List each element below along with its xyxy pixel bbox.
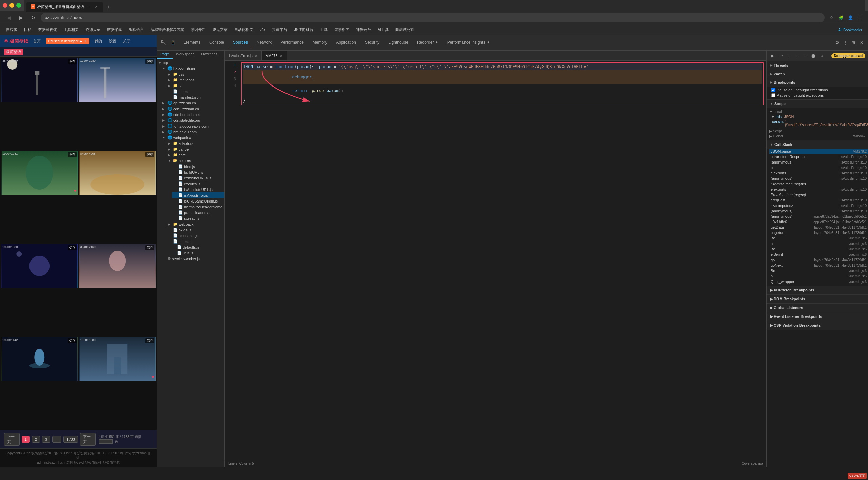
wallpaper-save-6[interactable]: 保存 [145, 245, 154, 250]
bookmark-platform[interactable]: 搭建平台 [270, 26, 290, 33]
bookmark-k8s[interactable]: k8s [257, 27, 268, 33]
maximize-button[interactable] [16, 3, 21, 8]
page-2-button[interactable]: 2 [32, 436, 40, 443]
wallpaper-heart-8[interactable]: ♥ [152, 374, 154, 380]
bookmark-tools[interactable]: 工具相关 [61, 26, 81, 33]
wallpaper-item-4[interactable]: 8405×4008 保存 [79, 151, 156, 195]
sources-tab-overrides[interactable]: Overrides [198, 51, 221, 59]
tree-file-cookies[interactable]: 📄cookies.js [172, 181, 224, 187]
wallpaper-save-1[interactable]: 保存 [68, 59, 77, 64]
pause-uncaught-checkbox[interactable] [771, 88, 775, 92]
extensions-icon[interactable]: 🧩 [837, 14, 845, 22]
tab-performance[interactable]: Performance [276, 38, 308, 47]
wallpaper-item-7[interactable]: 1920×1142 保存 [1, 337, 78, 381]
cs-entry-be-3[interactable]: Be vue.min.js:6 [769, 268, 868, 273]
tree-file-bind[interactable]: 📄bind.js [172, 164, 224, 169]
cs-entry-promise-then-1[interactable]: Promise.then (async) [769, 181, 868, 187]
settings-icon[interactable]: ⋮ [856, 14, 864, 22]
tree-domain-bz[interactable]: ▼ 🌐 bz.zzzimh.cn [157, 65, 224, 71]
tab-performance-insights[interactable]: Performance insights ✦ [443, 38, 494, 47]
cs-entry-pageturn[interactable]: pageturn layout.704e5d31...4a43d11739df:… [769, 230, 868, 235]
tree-domain-staticfile[interactable]: ▶ 🌐 cdn.staticfile.org [157, 117, 224, 123]
tab-console[interactable]: Console [205, 38, 228, 47]
tab-lighthouse[interactable]: Lighthouse [384, 38, 412, 47]
sources-tab-more[interactable]: » [221, 51, 225, 59]
tree-file-combineurls[interactable]: 📄combineURLs.js [172, 175, 224, 181]
prev-page-button[interactable]: 上一页 [4, 433, 20, 446]
forward-button[interactable]: ▶ [16, 13, 26, 22]
tree-domain-api[interactable]: ▶ 🌐 api.zzzimh.cn [157, 100, 224, 106]
cs-entry-gonext[interactable]: goNext layout.704e5d31...4a43d11739df:1 [769, 263, 868, 268]
bookmark-shenyun[interactable]: 神异云台 [353, 26, 374, 33]
deactivate-breakpoints-button[interactable]: ⬤ [810, 53, 817, 59]
cs-entry-qro-wrapper[interactable]: Qr.o._wrapper vue.min.js:6 [769, 279, 868, 284]
inspect-element-button[interactable] [160, 39, 167, 46]
nav-settings[interactable]: 设置 [107, 38, 118, 44]
cs-entry-json-parse[interactable]: JSON.parse VM278:2 [769, 149, 868, 154]
scope-local-header[interactable]: ▼ Local [769, 109, 865, 114]
tree-file-index[interactable]: 📄 index [166, 89, 224, 94]
step-into-button[interactable]: ↓ [786, 53, 792, 59]
close-button[interactable] [3, 3, 7, 8]
tab-network[interactable]: Network [253, 38, 276, 47]
wallpaper-save-3[interactable]: 保存 [68, 152, 77, 157]
tree-file-axiosmin[interactable]: 📄axios.min.js [166, 233, 224, 238]
nav-mine[interactable]: 我的 [93, 38, 103, 44]
pause-uncaught-checkbox-label[interactable]: Pause on uncaught exceptions [771, 87, 865, 93]
cs-entry-anon-3[interactable]: (anonymous) isAxiosError.js:10 [769, 208, 868, 214]
gutter-line-1[interactable]: 1 [225, 62, 236, 69]
cs-entry-exports-1[interactable]: e.exports isAxiosError.js:10 [769, 170, 868, 176]
tree-folder-adaptors[interactable]: ▶ 📁 adaptors [166, 140, 224, 146]
tree-file-spread[interactable]: 📄spread.js [172, 215, 224, 221]
page-1-button[interactable]: 1 [22, 436, 30, 443]
bookmark-datacollect[interactable]: 数据采集 [104, 26, 125, 33]
tree-file-parseheaders[interactable]: 📄parseHeaders.js [172, 210, 224, 215]
tab-application[interactable]: Application [332, 38, 360, 47]
bookmark-zimeiti[interactable]: 自媒体 [3, 26, 20, 33]
profile-icon[interactable]: 👤 [846, 14, 854, 22]
tree-file-serviceworker[interactable]: ⚙ service-worker.js [157, 256, 224, 262]
wallpaper-save-8[interactable]: 保存 [145, 338, 154, 343]
next-page-button[interactable]: 下一页 [80, 433, 96, 446]
cs-entry-be-1[interactable]: Be vue.min.js:6 [769, 235, 868, 241]
address-bar[interactable]: bz.zzzimh.cn/index [41, 13, 825, 22]
scope-global-header[interactable]: ▶ Global Window [769, 134, 865, 139]
tree-domain-cdn2[interactable]: ▶ 🌐 cdn2.zzzimh.cn [157, 106, 224, 112]
wallpaper-item-2[interactable]: 1920×1080 保存 [79, 58, 156, 102]
tab-sources[interactable]: Sources [229, 38, 252, 47]
bookmark-ai[interactable]: AI工具 [375, 26, 391, 33]
this-expand-arrow[interactable]: ▶ [772, 115, 774, 119]
sub-nav-wallpaper[interactable]: 极简壁纸 [4, 49, 23, 55]
wallpaper-item-5[interactable]: 1920×1080 保存 [1, 244, 78, 288]
devtools-dock-icon[interactable]: ⊞ [850, 39, 857, 46]
star-icon[interactable]: ☆ [827, 14, 835, 22]
bookmark-debug[interactable]: 编程错误课解决方案 [148, 26, 187, 33]
cs-entry-go[interactable]: go layout.704e5d31...4a43d11739df:1 [769, 257, 868, 263]
cs-entry-e-emit[interactable]: e.$emit vue.min.js:6 [769, 252, 868, 257]
tree-item-top[interactable]: ▼ top [157, 60, 224, 65]
tree-file-utils[interactable]: 📄utils.js [166, 250, 224, 256]
tree-domain-webpack[interactable]: ▼ 🌐 webpack:// [157, 135, 224, 140]
wallpaper-item-6[interactable]: 3840×2160 保存 [79, 244, 156, 288]
tree-file-normalizeheader[interactable]: 📄normalizeHeaderName.js [172, 204, 224, 210]
tree-folder-img[interactable]: ▶ 📁 img/icons [166, 77, 224, 83]
call-stack-header[interactable]: ▼ Call Stack [767, 140, 868, 149]
cs-entry-anon-1[interactable]: (anonymous) isAxiosError.js:10 [769, 159, 868, 165]
dom-breakpoints-header[interactable]: ▶ DOM Breakpoints [767, 295, 868, 303]
tree-file-axios[interactable]: 📄axios.js [166, 227, 224, 233]
active-tab[interactable]: ❄ 极简壁纸_海量电脑桌面壁纸高清 ✕ [26, 2, 103, 12]
tree-file-defaults[interactable]: 📄defaults.js [166, 244, 224, 250]
device-toolbar-button[interactable]: 📱 [169, 39, 177, 46]
minimize-button[interactable] [9, 3, 14, 8]
wallpaper-item-1[interactable]: 3840×2160 保存 [1, 58, 78, 102]
page-jump-input[interactable] [99, 439, 113, 444]
close-vm278-tab[interactable]: ✕ [280, 54, 282, 58]
tab-security[interactable]: Security [361, 38, 383, 47]
page-last-button[interactable]: 1733 [63, 436, 78, 443]
wallpaper-save-5[interactable]: 保存 [68, 245, 77, 250]
global-listeners-header[interactable]: ▶ Global Listeners [767, 304, 868, 312]
devtools-more-icon[interactable]: ⋮ [842, 39, 849, 46]
threads-header[interactable]: ▶ Threads [767, 61, 868, 70]
tree-file-indexjs[interactable]: 📄index.js [166, 238, 224, 244]
page-3-button[interactable]: 3 [42, 436, 50, 443]
